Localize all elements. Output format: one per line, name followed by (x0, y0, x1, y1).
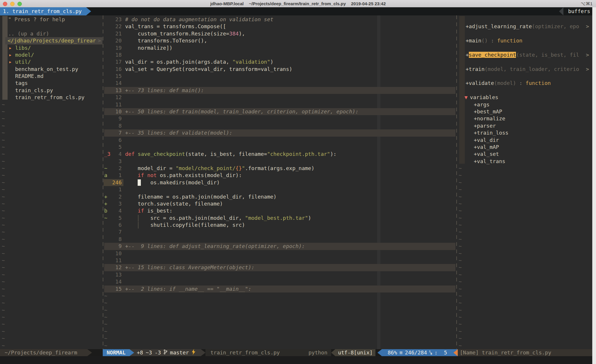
nerdtree-item-train-retr-from-cls-py[interactable]: train_retr_from_cls.py (0, 94, 103, 101)
tag-kind: function (526, 80, 551, 86)
terminal-scrollbar[interactable] (592, 7, 596, 364)
editor-line[interactable]: 19 normalize]) (104, 44, 456, 51)
tilde-marker: ~ (104, 314, 107, 321)
tilde-marker: ~ (2, 207, 5, 214)
nerdtree-root[interactable]: </jdhao/Projects/deep_firear> (0, 37, 103, 44)
editor-panel[interactable]: 23# do not do data augmentation on valid… (104, 15, 456, 349)
window-separator-left[interactable] (103, 15, 103, 349)
tagbar-tag-save_checkpoint[interactable]: +save_checkpoint(state, is_best, fil> (457, 51, 593, 58)
tagbar-item[interactable]: +val_mAP (457, 144, 593, 151)
editor-line[interactable]: ~5 src = os.path.join(model_dir, "model_… (104, 215, 456, 222)
tagbar-item[interactable]: +val_dir (457, 137, 593, 144)
editor-line[interactable]: 22val_trans = transforms.Compose([ (104, 23, 456, 30)
editor-line[interactable]: 14 (104, 80, 456, 87)
editor-line[interactable]: 13 (104, 271, 456, 278)
tagbar-item[interactable]: +val_set (457, 151, 593, 158)
code-text: custom_transform.Resize(size=384), (125, 30, 245, 37)
tagbar-tag-validate[interactable]: +validate(model) : function (457, 80, 593, 87)
window-title: jdhao-MBP.local ~/Projects/deep_firearm/… (0, 0, 596, 7)
tagbar-panel: +adjust_learning_rate(optimizer, epo>+ma… (457, 15, 593, 349)
editor-fold-line[interactable]: 7+-- 35 lines: def validate(model): (104, 129, 456, 136)
tag-signature: (model, train_loader, criterio (485, 66, 579, 72)
editor-line[interactable]: b4 if is_best: (104, 207, 456, 214)
editor-fold-line[interactable]: 9+-- 9 lines: def adjust_learning_rate(o… (104, 243, 456, 250)
editor-line[interactable]: 14 (104, 278, 456, 285)
editor-line[interactable]: 17val_dir = os.path.join(args.data, "val… (104, 58, 456, 65)
empty-line-marker: ~ (0, 151, 103, 158)
nerdtree-item-model[interactable]: ▸model/ (0, 51, 103, 58)
tagbar-header-variables[interactable]: ▼variables (457, 94, 593, 101)
editor-fold-line[interactable]: 15+-- 2 lines: if __name__ == "__main__"… (104, 286, 456, 292)
tagbar-tag-train[interactable]: +train(model, train_loader, criterio> (457, 66, 593, 73)
editor-line[interactable]: +3 torch.save(state, filename) (104, 200, 456, 207)
editor-line[interactable]: 10 (104, 250, 456, 257)
tagbar-item[interactable]: +args (457, 101, 593, 108)
line-number: 9 (108, 243, 122, 250)
truncation-marker: > (586, 66, 589, 73)
tagbar-item[interactable]: +val_trans (457, 158, 593, 165)
nerdtree-up-dir[interactable]: .. (up a dir) (0, 30, 103, 37)
code-token: shutil.copyfile(filename, src) (125, 222, 245, 228)
tilde-marker: ~ (2, 129, 5, 136)
nerdtree-item-README-md[interactable]: README.md (0, 73, 103, 80)
editor-line[interactable]: a1 if not os.path.exists(model_dir): (104, 172, 456, 179)
nerdtree-item-label: train_retr_from_cls.py (15, 94, 84, 101)
editor-fold-line[interactable]: 10+-- 50 lines: def train(model, train_l… (104, 108, 456, 115)
tag-name-text: save_checkpoint (469, 52, 516, 58)
editor-line[interactable]: 11 (104, 257, 456, 264)
tagbar-item[interactable]: +train_loss (457, 129, 593, 136)
editor-line[interactable]: 12 (104, 94, 456, 101)
editor-fold-line[interactable]: 13+-- 73 lines: def main(): (104, 87, 456, 94)
editor-line[interactable]: _34def save_checkpoint(state, is_best, f… (104, 151, 456, 158)
editor-line[interactable]: 3 (104, 158, 456, 165)
editor-line[interactable]: 9 (104, 115, 456, 122)
editor-line[interactable]: 23# do not do data augmentation on valid… (104, 16, 456, 23)
editor-line[interactable]: ~2 model_dir = "model/check_point/{}".fo… (104, 165, 456, 172)
editor-line[interactable]: 1 (104, 186, 456, 193)
editor-line[interactable]: 11 (104, 101, 456, 108)
editor-line[interactable]: 20 transforms.ToTensor(), (104, 37, 456, 44)
editor-line[interactable]: +2 filename = os.path.join(model_dir, fi… (104, 193, 456, 200)
tag-variable-name: +normalize (474, 115, 505, 122)
editor-line[interactable]: 5 (104, 144, 456, 151)
tagbar-item[interactable]: +best_mAP (457, 108, 593, 115)
editor-fold-line[interactable]: 12+-- 15 lines: class AverageMeter(objec… (104, 264, 456, 271)
nerdtree-item-tags[interactable]: tags (0, 80, 103, 87)
editor-line[interactable]: 6 (104, 137, 456, 144)
tab-current[interactable]: 1. train_retr_from_cls.py (0, 7, 86, 15)
tagbar-item[interactable]: +parser (457, 122, 593, 129)
editor-line[interactable]: 18 (104, 51, 456, 58)
code-token (125, 172, 138, 178)
vim-cursor[interactable] (138, 179, 141, 186)
tilde-marker: ~ (2, 200, 5, 207)
editor-line[interactable]: 7 (104, 229, 456, 235)
statusline-tagbar-name: [Name] train_retr_from_cls.py (458, 349, 596, 356)
nerdtree-item-util[interactable]: ▸util/ (0, 58, 103, 65)
tagbar-tag-adjust_learning_rate[interactable]: +adjust_learning_rate(optimizer, epo> (457, 23, 593, 30)
git-added-count: +8 (137, 349, 143, 356)
tagbar-tag-main[interactable]: +main() : function (457, 37, 593, 44)
nerdtree-item-libs[interactable]: ▸libs/ (0, 44, 103, 51)
tilde-marker: ~ (2, 250, 5, 257)
line-position: 246/284 (405, 349, 427, 356)
code-text: val_dir = os.path.join(args.data, "valid… (125, 58, 273, 65)
tag-name: +adjust_learning_rate(optimizer, epo (466, 23, 579, 30)
editor-line[interactable]: 15 (104, 73, 456, 80)
nerdtree-item-benchmark-on-test-py[interactable]: benchmark_on_test.py (0, 66, 103, 73)
tilde-marker: ~ (459, 222, 462, 229)
editor-line[interactable]: 6 shutil.copyfile(filename, src) (104, 222, 456, 229)
editor-line[interactable]: 8 (104, 122, 456, 129)
code-text: val_set = QuerySet(root=val_dir, transfo… (125, 66, 292, 73)
code-token: os.path.exists(model_dir): (157, 172, 242, 178)
editor-line[interactable]: 16val_set = QuerySet(root=val_dir, trans… (104, 66, 456, 73)
vim-command-line[interactable] (0, 356, 596, 364)
editor-line[interactable]: 246 os.makedirs(model_dir) (104, 179, 456, 186)
code-text: filename = os.path.join(model_dir, filen… (125, 193, 276, 200)
editor-line[interactable]: 8 (104, 236, 456, 243)
empty-line-marker: ~ (0, 264, 103, 271)
nerdtree-item-train-cls-py[interactable]: train_cls.py (0, 87, 103, 94)
tagbar-item[interactable]: +normalize (457, 115, 593, 122)
editor-line[interactable]: 21 custom_transform.Resize(size=384), (104, 30, 456, 37)
window-separator-right[interactable] (456, 15, 457, 349)
line-number: 17 (108, 58, 122, 65)
